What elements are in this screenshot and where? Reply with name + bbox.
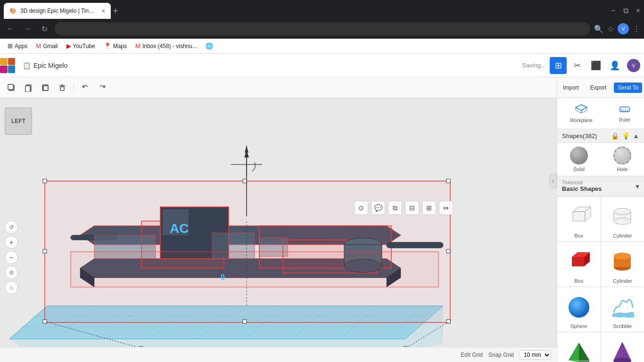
- svg-rect-63: [243, 179, 247, 183]
- reload-button[interactable]: ↻: [38, 22, 51, 35]
- lightbulb-icon[interactable]: 💡: [622, 132, 630, 140]
- back-button[interactable]: ←: [4, 22, 17, 35]
- bookmark-gmail[interactable]: M Gmail: [32, 41, 61, 51]
- shape-tiles-grid: Box Cylinder: [557, 197, 644, 362]
- close-window-button[interactable]: ×: [636, 7, 640, 15]
- shape-tile-cone[interactable]: Cone: [601, 332, 644, 362]
- bookmark-label: Maps: [113, 43, 127, 49]
- import-button[interactable]: Import: [559, 82, 583, 93]
- collapse-icon[interactable]: ▲: [633, 132, 639, 140]
- shape-tile-scribble[interactable]: Scribble: [601, 287, 644, 332]
- menu-icon[interactable]: ⋮: [633, 25, 640, 33]
- gmail-icon: M: [36, 42, 41, 49]
- group-button[interactable]: ⧉: [388, 201, 402, 215]
- minimize-button[interactable]: −: [611, 7, 615, 15]
- shape-tile-box-wire[interactable]: Box: [557, 197, 601, 241]
- download-icon-button[interactable]: ⬛: [587, 57, 604, 74]
- new-tab-button[interactable]: +: [113, 6, 118, 16]
- solid-option[interactable]: Solid: [570, 147, 588, 172]
- category-dropdown[interactable]: Tinkercad Basic Shapes ▾: [557, 176, 644, 197]
- maximize-button[interactable]: ⧉: [623, 7, 628, 15]
- profile-icon[interactable]: V: [618, 23, 629, 34]
- home-view-button[interactable]: ⌂: [5, 281, 18, 294]
- shape-tile-label-sphere: Sphere: [570, 323, 587, 329]
- bookmark-label: Inbox (458) - vishnu...: [142, 43, 197, 49]
- snap-button[interactable]: ⊙: [354, 201, 368, 215]
- panel-collapse-button[interactable]: ‹: [549, 173, 557, 189]
- ruler-label: Ruler: [619, 117, 630, 123]
- comment-button[interactable]: 💬: [371, 201, 385, 215]
- address-input[interactable]: tinkercad.com/things/fvinz4zw84f-epic-mi…: [55, 22, 590, 35]
- svg-rect-5: [43, 86, 48, 90]
- shape-tile-sphere[interactable]: Sphere: [557, 287, 601, 332]
- shape-tile-cylinder-solid[interactable]: Cylinder: [601, 242, 644, 287]
- rotate-view-button[interactable]: ↺: [5, 221, 18, 234]
- youtube-icon: ▶: [66, 42, 71, 49]
- active-tab[interactable]: 🎨 3D design Epic Migelo | Tinkerc... ×: [4, 3, 111, 19]
- bookmark-youtube[interactable]: ▶ YouTube: [63, 41, 99, 51]
- saving-indicator: Saving...: [522, 62, 546, 69]
- snap-grid-select[interactable]: 10 mm 1 mm 5 mm: [520, 350, 551, 360]
- svg-marker-9: [576, 105, 587, 110]
- undo-button[interactable]: [78, 80, 93, 95]
- bookmark-maps[interactable]: 📍 Maps: [100, 41, 131, 51]
- tab-title: 3D design Epic Migelo | Tinkerc...: [20, 8, 96, 14]
- svg-marker-99: [244, 150, 249, 157]
- shape-tile-cylinder-wire[interactable]: Cylinder: [601, 197, 644, 241]
- solid-label: Solid: [573, 166, 585, 172]
- tab-close-button[interactable]: ×: [101, 7, 105, 15]
- svg-point-36: [569, 297, 589, 318]
- grid-view-button[interactable]: ⊞: [550, 57, 567, 74]
- svg-marker-38: [579, 343, 589, 362]
- svg-marker-21: [573, 212, 585, 221]
- tab-favicon: 🎨: [9, 8, 17, 14]
- shape-tile-label-box-wire: Box: [574, 233, 583, 239]
- svg-point-35: [614, 253, 631, 259]
- sendto-button[interactable]: Send To: [614, 82, 642, 93]
- delete-button[interactable]: [55, 80, 70, 95]
- hole-circle: [613, 147, 631, 165]
- zoom-out-button[interactable]: −: [5, 251, 18, 264]
- lock-icon[interactable]: 🔒: [611, 132, 619, 140]
- svg-line-13: [576, 110, 581, 113]
- align-button[interactable]: ⊞: [422, 201, 436, 215]
- zoom-in-button[interactable]: +: [5, 236, 18, 249]
- bookmark-globe[interactable]: 🌐: [202, 41, 217, 51]
- user-profile-button[interactable]: 👤: [606, 57, 623, 74]
- svg-rect-69: [446, 249, 450, 253]
- search-icon: 🔍: [594, 25, 603, 33]
- duplicate-button[interactable]: [38, 80, 53, 95]
- shape-tile-label-box-solid: Box: [574, 278, 583, 284]
- view-cube[interactable]: LEFT: [5, 107, 32, 135]
- copy-button[interactable]: [4, 80, 19, 95]
- mirror-button[interactable]: ⇔: [439, 201, 453, 215]
- svg-rect-6: [60, 87, 64, 90]
- ungroup-button[interactable]: ⊟: [405, 201, 419, 215]
- fit-all-button[interactable]: ⊙: [5, 266, 18, 279]
- edit-grid-label[interactable]: Edit Grid: [461, 352, 483, 358]
- shape-tile-box-solid[interactable]: Box: [557, 242, 601, 287]
- bookmark-inbox[interactable]: M Inbox (458) - vishnu...: [132, 41, 201, 51]
- svg-rect-65: [43, 320, 47, 323]
- forward-button[interactable]: →: [21, 22, 34, 35]
- svg-rect-90: [387, 242, 443, 248]
- workplane-label: Workplane: [570, 118, 593, 123]
- svg-rect-68: [43, 249, 47, 253]
- maps-icon: 📍: [104, 42, 111, 49]
- project-name-icon: 📋: [23, 62, 31, 69]
- svg-line-14: [581, 110, 587, 113]
- bookmark-star-icon[interactable]: ☆: [607, 25, 614, 33]
- bookmark-label: Gmail: [43, 43, 58, 49]
- svg-rect-64: [446, 179, 450, 183]
- hole-option[interactable]: Hole: [613, 147, 631, 172]
- ruler-button[interactable]: Ruler: [614, 102, 635, 124]
- export-button[interactable]: Export: [586, 82, 611, 93]
- paste-button[interactable]: [21, 80, 36, 95]
- shape-tile-roof[interactable]: Roof: [557, 332, 601, 362]
- user-avatar-button[interactable]: V: [625, 57, 642, 74]
- svg-text:0: 0: [221, 273, 225, 281]
- workplane-button[interactable]: Workplane: [566, 102, 596, 125]
- redo-button[interactable]: [95, 80, 110, 95]
- person-icon-button[interactable]: ✂: [569, 57, 586, 74]
- bookmark-apps[interactable]: ⊞ Apps: [4, 41, 31, 51]
